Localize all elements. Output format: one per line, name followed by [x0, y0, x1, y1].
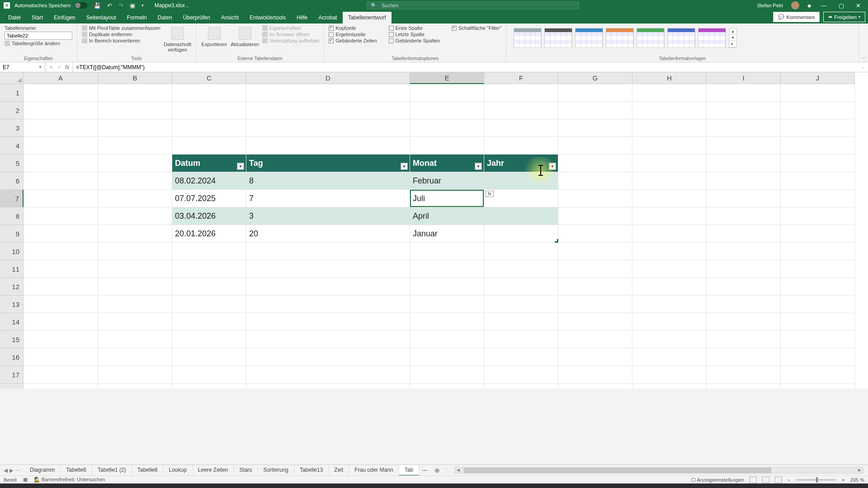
cell[interactable]	[632, 278, 707, 296]
cell[interactable]	[172, 243, 246, 260]
table-style-swatch[interactable]	[575, 28, 603, 48]
cell[interactable]	[781, 366, 855, 384]
cell[interactable]	[632, 119, 707, 137]
cell[interactable]	[632, 155, 707, 172]
sheet-tab[interactable]: Tabelle13	[294, 465, 329, 476]
cell[interactable]	[632, 84, 707, 102]
total-row-check[interactable]: Ergebniszeile	[329, 32, 377, 37]
avatar[interactable]	[791, 1, 799, 9]
cell[interactable]	[172, 296, 246, 313]
cell[interactable]	[410, 296, 484, 313]
row-header[interactable]: 16	[0, 348, 24, 366]
cell[interactable]	[410, 348, 484, 366]
cell[interactable]	[484, 243, 558, 260]
cell[interactable]	[172, 84, 246, 102]
cell[interactable]	[98, 313, 172, 331]
cell[interactable]	[98, 296, 172, 313]
cell[interactable]: Monat▼	[410, 155, 484, 172]
cell[interactable]	[410, 102, 484, 119]
cell[interactable]	[707, 296, 781, 313]
sheet-tab[interactable]: Tab	[399, 465, 419, 476]
sheet-tab[interactable]: Stars	[234, 465, 258, 476]
cell[interactable]: Jahr▼	[484, 155, 558, 172]
row-header[interactable]: 6	[0, 172, 24, 190]
cell[interactable]	[98, 172, 172, 190]
refresh-button[interactable]: Aktualisieren	[231, 25, 259, 47]
cell[interactable]: Datum▼	[172, 155, 246, 172]
export-button[interactable]: Exportieren	[201, 25, 228, 47]
cell[interactable]	[172, 384, 246, 389]
cell[interactable]	[246, 366, 410, 384]
row-header[interactable]: 15	[0, 331, 24, 348]
cancel-formula-icon[interactable]: ✕	[49, 64, 53, 70]
cell[interactable]	[98, 384, 172, 389]
minimize-button[interactable]: —	[819, 2, 829, 9]
pivot-button[interactable]: Mit PivotTable zusammenfassen	[82, 25, 160, 31]
cell[interactable]	[632, 296, 707, 313]
cell[interactable]	[558, 348, 632, 366]
cell[interactable]	[24, 84, 98, 102]
cell[interactable]	[246, 331, 410, 348]
cell[interactable]	[484, 190, 558, 207]
first-col-check[interactable]: Erste Spalte	[389, 25, 440, 31]
cell[interactable]	[484, 207, 558, 225]
cell[interactable]	[707, 366, 781, 384]
column-header[interactable]: J	[781, 72, 855, 84]
cell[interactable]	[24, 348, 98, 366]
cell[interactable]	[781, 348, 855, 366]
cell[interactable]	[410, 137, 484, 155]
scrollbar-thumb[interactable]	[464, 468, 771, 473]
fx-icon[interactable]: fx	[65, 64, 69, 70]
cell[interactable]	[24, 172, 98, 190]
cell[interactable]	[707, 243, 781, 260]
cell[interactable]	[558, 172, 632, 190]
ribbon-tab-hilfe[interactable]: Hilfe	[291, 12, 313, 23]
cell[interactable]	[24, 137, 98, 155]
cell[interactable]	[707, 137, 781, 155]
table-style-swatch[interactable]	[606, 28, 634, 48]
cell[interactable]	[410, 331, 484, 348]
row-header[interactable]: 2	[0, 102, 24, 119]
cell[interactable]	[632, 243, 707, 260]
cell[interactable]	[484, 331, 558, 348]
sheet-tab[interactable]: Diagramm	[24, 465, 61, 476]
cell[interactable]	[781, 313, 855, 331]
row-header[interactable]: 17	[0, 366, 24, 384]
cell[interactable]: 20	[246, 225, 410, 243]
cell[interactable]	[558, 331, 632, 348]
ribbon-tab-entwicklertools[interactable]: Entwicklertools	[244, 12, 291, 23]
cell[interactable]	[707, 313, 781, 331]
sheet-tab[interactable]: Frau oder Mann	[349, 465, 399, 476]
cell[interactable]	[24, 190, 98, 207]
formula-input[interactable]: =TEXT([@Datum];"MMMM")	[73, 64, 858, 70]
cell[interactable]	[707, 260, 781, 278]
resize-table-button[interactable]: Tabellengröße ändern	[5, 41, 72, 46]
cell[interactable]	[98, 260, 172, 278]
table-style-swatch[interactable]	[637, 28, 665, 48]
cell[interactable]	[98, 225, 172, 243]
cell[interactable]	[558, 225, 632, 243]
cell[interactable]	[98, 84, 172, 102]
cell[interactable]	[24, 207, 98, 225]
sheet-tab[interactable]: Zeit	[329, 465, 349, 476]
cell[interactable]	[781, 84, 855, 102]
tablename-input[interactable]	[5, 32, 72, 40]
cell[interactable]	[632, 366, 707, 384]
cell[interactable]	[24, 331, 98, 348]
table-styles-gallery[interactable]: ▲▼▾	[511, 25, 740, 51]
cell[interactable]	[98, 207, 172, 225]
cell[interactable]	[484, 384, 558, 389]
ribbon-tab-überprüfen[interactable]: Überprüfen	[178, 12, 216, 23]
row-header[interactable]: 9	[0, 225, 24, 243]
filter-dropdown-icon[interactable]: ▼	[401, 163, 408, 170]
close-button[interactable]: ✕	[854, 2, 863, 9]
cell[interactable]	[781, 102, 855, 119]
cell[interactable]	[410, 384, 484, 389]
column-header[interactable]: B	[98, 72, 172, 84]
row-header[interactable]: 10	[0, 243, 24, 260]
cell[interactable]	[172, 331, 246, 348]
cell[interactable]	[707, 384, 781, 389]
cell[interactable]	[24, 102, 98, 119]
ribbon-tab-tabellenentwurf[interactable]: Tabellenentwurf	[343, 12, 392, 23]
row-header[interactable]: 11	[0, 260, 24, 278]
